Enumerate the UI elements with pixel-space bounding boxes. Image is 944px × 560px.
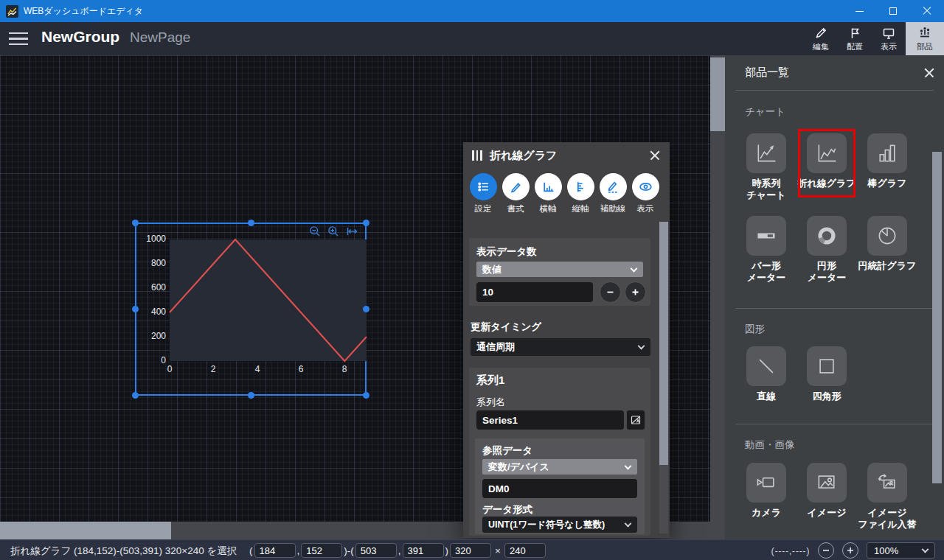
resize-handle-w[interactable] [132, 306, 139, 312]
dialog-scrollbar-thumb[interactable] [659, 222, 668, 465]
width-input[interactable] [450, 543, 491, 558]
series-name-input[interactable] [476, 410, 624, 430]
zoom-in-icon[interactable] [327, 225, 339, 237]
camera-icon [754, 471, 778, 494]
parts-item-bar-meter[interactable]: バー形 メーター [736, 216, 796, 284]
plus-icon [846, 546, 855, 555]
page-name[interactable]: NewPage [130, 29, 190, 46]
parts-item-time-series-chart[interactable]: 時系列 チャート [736, 133, 796, 201]
tab-y-axis[interactable]: 縦軸 [565, 173, 596, 214]
resize-handle-s[interactable] [248, 392, 254, 399]
resize-handle-ne[interactable] [363, 220, 369, 226]
data-format-label: データ形式 [482, 503, 532, 517]
y-tick: 200 [136, 331, 166, 341]
bar-chart-icon [875, 141, 899, 165]
panel-close-icon[interactable] [923, 67, 935, 79]
data-format-dropdown[interactable]: UINT(1ワード符号なし整数) [482, 517, 637, 533]
height-input[interactable] [504, 543, 546, 558]
app-icon [6, 5, 18, 18]
localization-button[interactable] [627, 410, 645, 430]
y-tick: 600 [136, 282, 166, 293]
minimize-button[interactable] [842, 0, 876, 22]
maximize-button[interactable] [876, 0, 910, 22]
panel-scrollbar-thumb[interactable] [932, 152, 942, 483]
arrange-button[interactable]: 配置 [838, 22, 872, 55]
reference-data-label: 参照データ [482, 444, 532, 458]
minimize-icon [856, 11, 864, 12]
resize-handle-n[interactable] [248, 220, 254, 226]
resize-handle-sw[interactable] [132, 392, 139, 399]
series-name-label: 系列名 [476, 396, 505, 409]
zoom-level-dropdown[interactable]: 100% [867, 542, 935, 559]
coordinate-inputs: ( , )-( , ) × [249, 540, 547, 560]
hamburger-menu-button[interactable] [9, 32, 28, 45]
x-tick: 2 [211, 364, 216, 374]
chart-polyline [170, 239, 367, 361]
tab-auxiliary-line[interactable]: 補助線 [597, 173, 628, 214]
drag-handle-icon[interactable] [472, 150, 482, 161]
pencil-icon [813, 26, 828, 41]
chevron-down-icon [638, 343, 645, 350]
line-icon [754, 354, 778, 378]
parts-item-camera[interactable]: カメラ [736, 463, 796, 531]
parts-item-bar-graph[interactable]: 棒グラフ [857, 133, 917, 201]
update-timing-label: 更新タイミング [471, 321, 541, 334]
parts-panel-title: 部品一覧 [745, 66, 789, 80]
tab-display[interactable]: 表示 [630, 173, 661, 214]
zoom-out-button[interactable] [818, 542, 834, 559]
minus-icon [605, 287, 615, 297]
status-bar: 折れ線グラフ (184,152)-(503,391) 320×240 を選択 (… [0, 539, 944, 560]
x2-input[interactable] [355, 543, 397, 558]
display-data-count-label: 表示データ数 [476, 245, 537, 259]
canvas-horizontal-scrollbar-thumb[interactable] [0, 522, 171, 539]
tab-x-axis[interactable]: 横軸 [532, 173, 563, 214]
y-tick: 400 [136, 307, 166, 317]
parts-item-image-file-swap[interactable]: イメージ ファイル入替 [857, 463, 917, 531]
parts-item-line[interactable]: 直線 [736, 346, 796, 402]
x1-input[interactable] [254, 543, 296, 558]
title-bar: WEBダッシュボードエディタ [0, 0, 944, 22]
y1-input[interactable] [301, 543, 342, 558]
edit-button[interactable]: 編集 [804, 22, 838, 55]
canvas-vertical-scrollbar[interactable] [710, 55, 725, 539]
toolbar: NewGroup NewPage 編集 配置 表示 [0, 22, 944, 55]
resize-handle-nw[interactable] [132, 220, 139, 226]
settings-list-icon [476, 180, 490, 194]
zoom-out-icon[interactable] [309, 225, 321, 237]
rectangle-icon [815, 354, 839, 378]
x-tick: 4 [255, 364, 260, 374]
dialog-scrollbar[interactable] [659, 222, 668, 533]
bar-meter-icon [754, 224, 778, 248]
y2-input[interactable] [403, 543, 444, 558]
zoom-in-button[interactable] [842, 542, 858, 559]
close-button[interactable] [910, 0, 944, 22]
cursor-position: (----,----) [771, 545, 810, 556]
update-timing-dropdown[interactable]: 通信周期 [471, 338, 650, 356]
display-data-count-mode-dropdown[interactable]: 数値 [476, 262, 643, 277]
parts-item-rectangle[interactable]: 四角形 [796, 346, 857, 402]
highlight-box [798, 129, 856, 197]
resize-handle-e[interactable] [363, 306, 369, 312]
pencil-dashed-icon [606, 180, 620, 194]
increment-button[interactable] [625, 281, 646, 303]
decrement-button[interactable] [600, 281, 621, 303]
dialog-close-icon[interactable] [649, 150, 661, 161]
parts-item-pie-graph[interactable]: 円統計グラフ [857, 216, 917, 284]
parts-item-circular-meter[interactable]: 円形 メーター [796, 216, 857, 284]
view-button[interactable]: 表示 [872, 22, 906, 55]
dialog-header[interactable]: 折れ線グラフ [463, 142, 670, 169]
line-graph-widget[interactable]: 1000 800 600 400 200 0 0 2 4 6 8 [135, 223, 367, 396]
canvas-vertical-scrollbar-thumb[interactable] [710, 57, 725, 131]
y-tick: 800 [136, 258, 166, 268]
tab-format[interactable]: 書式 [500, 173, 531, 214]
display-data-count-input[interactable] [476, 282, 593, 302]
plus-icon [631, 287, 640, 297]
fit-width-icon[interactable] [346, 225, 358, 237]
tab-settings[interactable]: 設定 [468, 173, 499, 214]
device-input[interactable] [482, 479, 637, 498]
resize-handle-se[interactable] [363, 392, 369, 399]
parts-button[interactable]: 部品 [906, 22, 944, 55]
parts-item-image[interactable]: イメージ [796, 463, 857, 531]
group-name[interactable]: NewGroup [41, 28, 119, 46]
reference-source-dropdown[interactable]: 変数/デバイス [482, 459, 637, 475]
